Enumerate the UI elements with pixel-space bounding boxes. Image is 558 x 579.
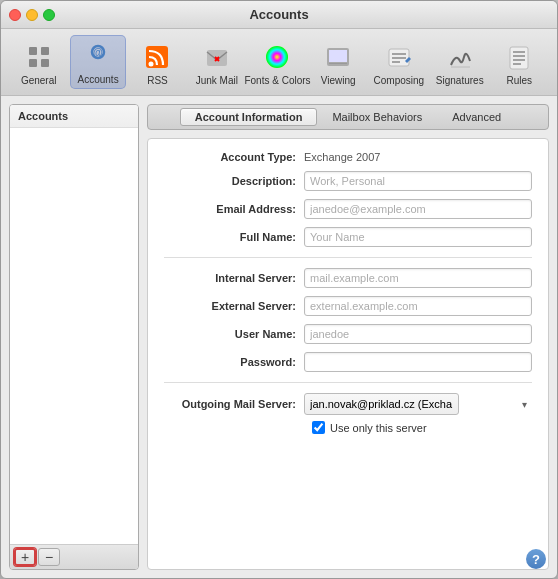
account-type-value: Exchange 2007 (304, 151, 380, 163)
outgoing-server-select[interactable]: jan.novak@priklad.cz (Excha (304, 393, 459, 415)
remove-account-button[interactable]: − (38, 548, 60, 566)
outgoing-server-select-wrapper: jan.novak@priklad.cz (Excha (304, 393, 532, 415)
sidebar-list (10, 128, 138, 544)
internal-server-label: Internal Server: (164, 272, 304, 284)
svg-point-11 (266, 46, 288, 68)
use-only-server-checkbox[interactable] (312, 421, 325, 434)
external-server-input[interactable] (304, 296, 532, 316)
toolbar-item-fonts-colors[interactable]: Fonts & Colors (248, 37, 306, 89)
account-type-label: Account Type: (164, 151, 304, 163)
minimize-button[interactable] (26, 9, 38, 21)
svg-rect-1 (41, 47, 49, 55)
divider-2 (164, 382, 532, 383)
accounts-icon: @ (82, 40, 114, 72)
outgoing-server-label: Outgoing Mail Server: (164, 398, 304, 410)
svg-rect-3 (41, 59, 49, 67)
internal-server-row: Internal Server: (164, 268, 532, 288)
internal-server-input[interactable] (304, 268, 532, 288)
tab-advanced[interactable]: Advanced (437, 108, 516, 126)
divider-1 (164, 257, 532, 258)
junk-mail-icon (201, 41, 233, 73)
password-input[interactable] (304, 352, 532, 372)
tab-account-information[interactable]: Account Information (180, 108, 318, 126)
sidebar-footer: + − (10, 544, 138, 569)
svg-rect-0 (29, 47, 37, 55)
email-row: Email Address: (164, 199, 532, 219)
toolbar-item-general[interactable]: General (11, 37, 66, 89)
titlebar: Accounts (1, 1, 557, 29)
rules-icon (503, 41, 535, 73)
toolbar-item-accounts[interactable]: @ Accounts (70, 35, 125, 89)
username-label: User Name: (164, 328, 304, 340)
username-input[interactable] (304, 324, 532, 344)
sidebar: Accounts + − (9, 104, 139, 570)
svg-rect-2 (29, 59, 37, 67)
toolbar-item-rss[interactable]: RSS (130, 37, 185, 89)
help-button[interactable]: ? (526, 549, 546, 569)
sidebar-header: Accounts (10, 105, 138, 128)
signatures-label: Signatures (436, 75, 484, 86)
checkbox-row: Use only this server (164, 421, 532, 434)
toolbar-item-rules[interactable]: Rules (492, 37, 547, 89)
toolbar: General @ Accounts RSS (1, 29, 557, 96)
close-button[interactable] (9, 9, 21, 21)
svg-text:@: @ (93, 47, 103, 58)
maximize-button[interactable] (43, 9, 55, 21)
window: Accounts General @ Accou (0, 0, 558, 579)
username-row: User Name: (164, 324, 532, 344)
traffic-lights (9, 9, 55, 21)
description-input[interactable] (304, 171, 532, 191)
fullname-label: Full Name: (164, 231, 304, 243)
email-label: Email Address: (164, 203, 304, 215)
fonts-colors-icon (261, 41, 293, 73)
viewing-label: Viewing (321, 75, 356, 86)
svg-rect-14 (329, 63, 347, 64)
password-row: Password: (164, 352, 532, 372)
description-label: Description: (164, 175, 304, 187)
fonts-colors-label: Fonts & Colors (244, 75, 310, 86)
email-input[interactable] (304, 199, 532, 219)
window-title: Accounts (249, 7, 308, 22)
rss-label: RSS (147, 75, 168, 86)
accounts-label: Accounts (78, 74, 119, 85)
description-row: Description: (164, 171, 532, 191)
svg-rect-13 (329, 50, 347, 62)
svg-point-7 (149, 62, 154, 67)
outgoing-server-row: Outgoing Mail Server: jan.novak@priklad.… (164, 393, 532, 415)
composing-icon (383, 41, 415, 73)
rules-label: Rules (507, 75, 533, 86)
junk-mail-label: Junk Mail (196, 75, 238, 86)
general-label: General (21, 75, 57, 86)
password-label: Password: (164, 356, 304, 368)
viewing-icon (322, 41, 354, 73)
fullname-row: Full Name: (164, 227, 532, 247)
use-only-server-label: Use only this server (330, 422, 427, 434)
toolbar-item-junk-mail[interactable]: Junk Mail (189, 37, 244, 89)
add-account-button[interactable]: + (14, 548, 36, 566)
composing-label: Composing (374, 75, 425, 86)
account-type-row: Account Type: Exchange 2007 (164, 151, 532, 163)
signatures-icon (444, 41, 476, 73)
content-area: Accounts + − Account Information Mailbox… (1, 96, 557, 578)
fullname-input[interactable] (304, 227, 532, 247)
main-panel: Account Information Mailbox Behaviors Ad… (147, 104, 549, 570)
toolbar-item-signatures[interactable]: Signatures (432, 37, 488, 89)
external-server-row: External Server: (164, 296, 532, 316)
general-icon (23, 41, 55, 73)
external-server-label: External Server: (164, 300, 304, 312)
svg-rect-20 (510, 47, 528, 69)
form-area: Account Type: Exchange 2007 Description:… (147, 138, 549, 570)
toolbar-item-viewing[interactable]: Viewing (310, 37, 365, 89)
rss-icon (141, 41, 173, 73)
toolbar-item-composing[interactable]: Composing (370, 37, 428, 89)
tab-mailbox-behaviors[interactable]: Mailbox Behaviors (317, 108, 437, 126)
tab-bar: Account Information Mailbox Behaviors Ad… (147, 104, 549, 130)
